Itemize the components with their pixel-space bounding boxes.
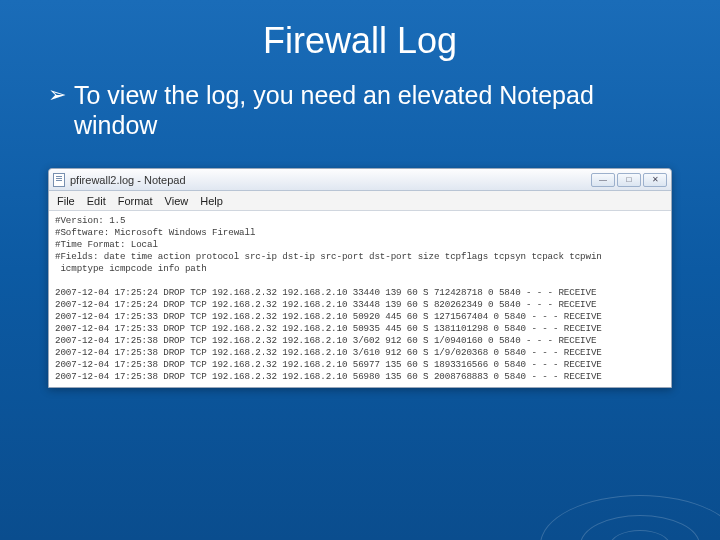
- menu-format[interactable]: Format: [118, 195, 153, 207]
- log-text-area[interactable]: #Version: 1.5 #Software: Microsoft Windo…: [49, 211, 671, 387]
- notepad-icon: [53, 173, 65, 187]
- bullet-arrow-icon: ➢: [48, 80, 66, 110]
- window-titlebar: pfirewall2.log - Notepad — □ ✕: [49, 169, 671, 191]
- minimize-button[interactable]: —: [591, 173, 615, 187]
- menu-file[interactable]: File: [57, 195, 75, 207]
- window-controls: — □ ✕: [591, 173, 667, 187]
- menu-help[interactable]: Help: [200, 195, 223, 207]
- notepad-window: pfirewall2.log - Notepad — □ ✕ File Edit…: [48, 168, 672, 388]
- bullet-item: ➢ To view the log, you need an elevated …: [0, 80, 720, 140]
- close-button[interactable]: ✕: [643, 173, 667, 187]
- menu-view[interactable]: View: [165, 195, 189, 207]
- bullet-text: To view the log, you need an elevated No…: [74, 80, 672, 140]
- menu-edit[interactable]: Edit: [87, 195, 106, 207]
- window-title: pfirewall2.log - Notepad: [70, 174, 186, 186]
- maximize-button[interactable]: □: [617, 173, 641, 187]
- slide-title: Firewall Log: [0, 0, 720, 80]
- menu-bar: File Edit Format View Help: [49, 191, 671, 211]
